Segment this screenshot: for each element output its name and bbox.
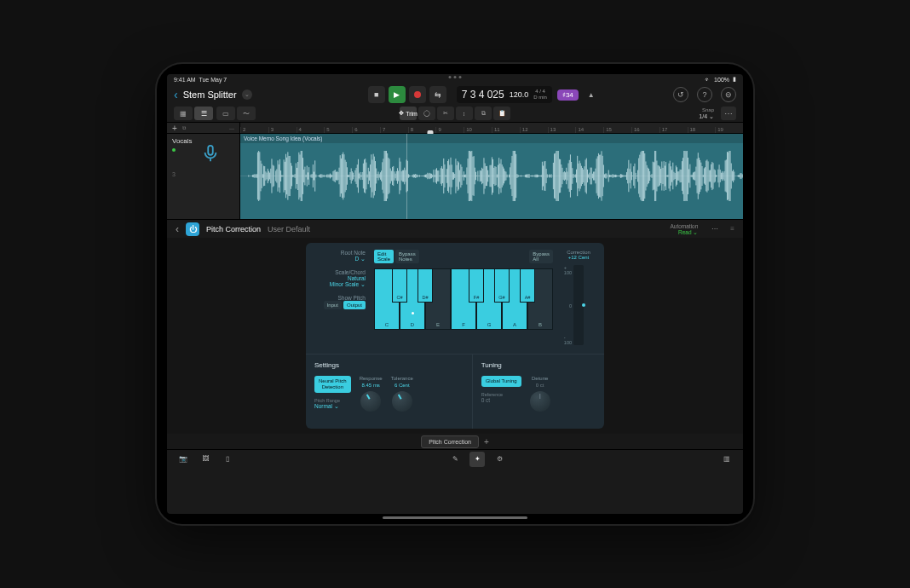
- plugin-chip[interactable]: Pitch Correction: [421, 435, 479, 448]
- plugin-body: Root NoteD ⌄ Scale/ChordNaturalMinor Sca…: [167, 238, 743, 434]
- view-automation[interactable]: 〜: [237, 107, 256, 120]
- tolerance-label: Tolerance: [391, 376, 413, 381]
- svg-rect-0: [208, 146, 213, 155]
- track-icon-toggle[interactable]: ⧉: [182, 125, 186, 131]
- pencil-icon[interactable]: ✎: [447, 452, 463, 467]
- more-button[interactable]: ⋯: [721, 107, 736, 120]
- sliders-icon[interactable]: ⚙: [492, 452, 507, 467]
- tolerance-value: 6 Cent: [395, 383, 410, 388]
- track-more[interactable]: ⋯: [229, 125, 234, 131]
- plugin-more[interactable]: ⋯: [711, 225, 718, 233]
- metronome-button[interactable]: ▲: [584, 87, 599, 102]
- response-label: Response: [360, 376, 383, 381]
- plugin-power-button[interactable]: ⏻: [186, 222, 199, 236]
- correction-meter: + 100 0 - 100: [573, 265, 584, 345]
- back-button[interactable]: ‹: [174, 88, 178, 101]
- key-Fsharp[interactable]: F#: [469, 268, 484, 303]
- keyboard-icon[interactable]: ▥: [719, 452, 734, 467]
- preset-name[interactable]: User Default: [268, 225, 310, 233]
- key-Dsharp[interactable]: D#: [418, 268, 433, 303]
- scale-select[interactable]: NaturalMinor Scale ⌄: [314, 275, 366, 288]
- region-label: Voice Memo Song Idea (Vocals): [240, 134, 743, 143]
- bypass-notes-button[interactable]: Bypass Notes: [395, 250, 419, 263]
- plugin-header: ‹ ⏻ Pitch Correction User Default Automa…: [167, 219, 743, 238]
- record-button[interactable]: [409, 86, 426, 103]
- plugin-handle-icon[interactable]: ≡: [730, 225, 734, 233]
- playhead-line: [406, 134, 407, 219]
- pitch-correction-panel: Root NoteD ⌄ Scale/ChordNaturalMinor Sca…: [306, 243, 604, 429]
- view-region[interactable]: ▭: [216, 107, 235, 120]
- cycle-button[interactable]: ⇆: [429, 86, 446, 103]
- root-note[interactable]: D ⌄: [314, 256, 366, 262]
- pitch-range-value[interactable]: Normal ⌄: [314, 403, 351, 410]
- clock: 9:41 AM: [174, 77, 196, 83]
- scale-keyboard[interactable]: C#D#F#G#A# CDEFGAB: [374, 268, 553, 330]
- snap-setting[interactable]: Snap 1/4 ⌄: [699, 107, 717, 119]
- settings-icon[interactable]: ⊖: [721, 87, 736, 102]
- settings-title: Settings: [314, 361, 464, 369]
- neural-pitch-button[interactable]: Neural Pitch Detection: [314, 376, 351, 393]
- title-dropdown[interactable]: ⌄: [242, 89, 252, 100]
- detune-knob[interactable]: [530, 391, 550, 412]
- stop-button[interactable]: ■: [368, 86, 385, 103]
- view-list[interactable]: ☰: [194, 107, 213, 120]
- image-icon[interactable]: 🖼: [198, 452, 213, 467]
- undo-icon[interactable]: ↺: [673, 87, 688, 102]
- show-pitch-label: Show Pitch: [314, 295, 366, 301]
- plugin-name[interactable]: Pitch Correction: [206, 225, 261, 233]
- timeline-ruler[interactable]: + ⧉ ⋯ 2345678910111213141516171819: [167, 122, 743, 134]
- copy-tool[interactable]: ⧉: [475, 107, 492, 120]
- plugin-back[interactable]: ‹: [176, 223, 179, 235]
- key-Csharp[interactable]: C#: [392, 268, 407, 303]
- wifi-icon: ᯤ: [705, 77, 711, 83]
- battery-icon: ▮: [733, 76, 736, 83]
- scissors-tool[interactable]: ✂: [437, 107, 454, 120]
- show-input-button[interactable]: Input: [324, 301, 342, 309]
- loop-tool[interactable]: ◯: [418, 107, 435, 120]
- edit-scale-button[interactable]: Edit Scale: [374, 250, 394, 263]
- correction-indicator: [582, 303, 585, 307]
- date: Tue May 7: [199, 77, 227, 83]
- global-tuning-button[interactable]: Global Tuning: [481, 376, 521, 387]
- screen: 9:41 AM Tue May 7 ᯤ 100% ▮ ‹ Stem Splitt…: [167, 74, 743, 514]
- automation-mode[interactable]: Automation Read ⌄: [670, 223, 698, 235]
- key-Gsharp[interactable]: G#: [494, 268, 510, 303]
- tuning-title: Tuning: [481, 361, 596, 369]
- track-header[interactable]: Vocals 3: [167, 134, 240, 219]
- reference-value: 0 ct: [481, 397, 521, 403]
- add-plugin-button[interactable]: +: [484, 437, 489, 447]
- detune-value: 0 ct: [536, 383, 544, 388]
- join-tool[interactable]: ⫶: [456, 107, 473, 120]
- lcd-display[interactable]: 7 3 4 025 120.0 4 / 4D min: [457, 86, 552, 103]
- mic-icon: [201, 144, 220, 163]
- tolerance-knob[interactable]: [392, 391, 412, 412]
- pointer-tool[interactable]: ✥ Trim: [400, 107, 417, 120]
- add-track-button[interactable]: +: [172, 124, 177, 133]
- phone-icon[interactable]: ▯: [220, 452, 235, 467]
- project-title[interactable]: Stem Splitter: [183, 89, 237, 100]
- notch: [449, 76, 462, 78]
- camera-icon[interactable]: 📷: [176, 452, 191, 467]
- key-badge[interactable]: ♯34: [557, 89, 579, 101]
- fx-icon[interactable]: ✦: [469, 452, 485, 467]
- response-knob[interactable]: [360, 391, 381, 412]
- track-enable-led: [172, 148, 176, 152]
- bypass-all-button[interactable]: Bypass All: [529, 250, 553, 263]
- transport: ■ ▶ ⇆: [368, 86, 446, 103]
- key-Asharp[interactable]: A#: [520, 268, 535, 303]
- time-sig: 4 / 4: [533, 89, 547, 95]
- track-number: 3: [172, 171, 176, 177]
- show-output-button[interactable]: Output: [343, 301, 366, 309]
- help-icon[interactable]: ?: [697, 87, 712, 102]
- home-indicator[interactable]: [383, 516, 527, 519]
- audio-region[interactable]: Voice Memo Song Idea (Vocals): [240, 134, 743, 219]
- play-button[interactable]: ▶: [389, 86, 406, 103]
- ipad-frame: 9:41 AM Tue May 7 ᯤ 100% ▮ ‹ Stem Splitt…: [157, 64, 753, 524]
- view-grid[interactable]: ▦: [174, 107, 193, 120]
- waveform: [240, 151, 743, 201]
- response-value: 8.45 ms: [362, 383, 380, 388]
- paste-tool[interactable]: 📋: [493, 107, 510, 120]
- track-row: Vocals 3 Voice Memo Song Idea (Vocals): [167, 134, 743, 219]
- tempo: 120.0: [510, 90, 529, 99]
- plugin-chip-row: Pitch Correction +: [167, 434, 743, 449]
